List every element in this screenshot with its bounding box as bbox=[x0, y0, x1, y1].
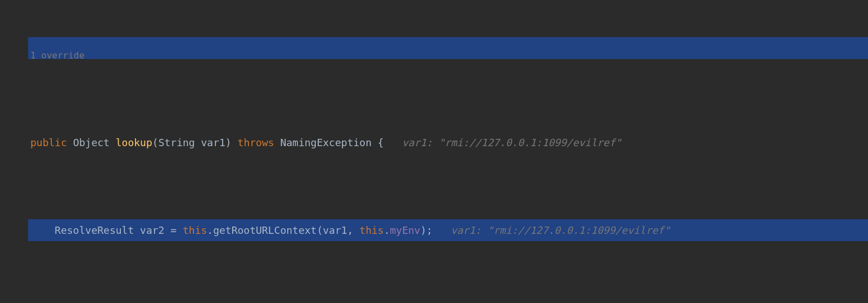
exception-type: NamingException bbox=[280, 137, 372, 148]
inline-debug-hint: var1: "rmi://127.0.0.1:1099/evilref" bbox=[402, 137, 621, 148]
editor-gutter[interactable] bbox=[0, 0, 28, 303]
code-line-1[interactable]: public Object lookup(String var1) throws… bbox=[28, 132, 868, 153]
keyword-throws: throws bbox=[238, 137, 274, 148]
keyword-public: public bbox=[30, 137, 67, 148]
code-line-2-highlighted[interactable]: ResolveResult var2 = this.getRootURLCont… bbox=[28, 219, 868, 241]
keyword-this: this bbox=[359, 224, 383, 236]
dot: . bbox=[207, 224, 213, 236]
code-editor[interactable]: 1 override public Object lookup(String v… bbox=[28, 0, 868, 303]
eq: = bbox=[164, 224, 183, 236]
dot: . bbox=[384, 224, 390, 236]
override-hint[interactable]: 1 override bbox=[30, 50, 84, 61]
paren: ); bbox=[421, 224, 433, 236]
override-hint-line[interactable]: 1 override bbox=[28, 44, 868, 66]
param-type: String bbox=[159, 137, 195, 148]
param-name: var1 bbox=[201, 137, 225, 148]
inline-debug-hint: var1: "rmi://127.0.0.1:1099/evilref" bbox=[451, 224, 670, 236]
field-ref: myEnv bbox=[390, 224, 421, 236]
paren: ) bbox=[225, 137, 232, 148]
type: ResolveResult bbox=[55, 224, 134, 236]
type-object: Object bbox=[73, 137, 110, 148]
paren: ( bbox=[317, 224, 323, 236]
brace: { bbox=[372, 137, 384, 148]
method-call: getRootURLContext bbox=[213, 224, 317, 236]
comma: , bbox=[347, 224, 360, 236]
var-name: var2 bbox=[140, 224, 164, 236]
paren: ( bbox=[152, 137, 159, 148]
arg: var1 bbox=[323, 224, 347, 236]
keyword-this: this bbox=[183, 224, 207, 236]
method-name: lookup bbox=[116, 137, 152, 148]
